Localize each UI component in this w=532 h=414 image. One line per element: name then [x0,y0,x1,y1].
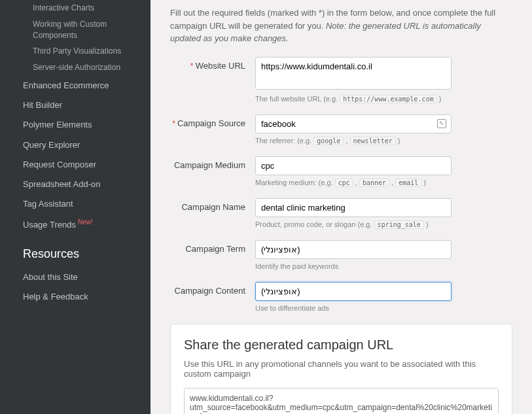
campaign-content-label: Campaign Content [170,282,255,296]
sidebar-sub-item[interactable]: Working with Custom Components [0,16,151,44]
campaign-medium-label: Campaign Medium [170,156,255,170]
sidebar-item-about[interactable]: About this Site [0,267,151,287]
sidebar-sub-item[interactable]: Interactive Charts [0,0,151,16]
sidebar-item-query-explorer[interactable]: Query Explorer [0,135,151,155]
sidebar-item-hit-builder[interactable]: Hit Builder [0,95,151,115]
sidebar: Interactive Charts Working with Custom C… [0,0,151,414]
sidebar-section-resources: Resources [0,235,151,267]
share-box: Share the generated campaign URL Use thi… [170,324,512,415]
campaign-source-input[interactable] [255,114,452,133]
campaign-name-hint: Product, promo code, or slogan (e.g. spr… [255,220,452,228]
campaign-term-label: Campaign Term [170,240,255,254]
campaign-content-hint: Use to differentiate ads [255,304,452,312]
sidebar-item-usage-trends[interactable]: Usage TrendsNew! [0,214,151,235]
campaign-medium-input[interactable] [255,156,452,175]
website-url-hint: The full website URL (e.g. https://www.e… [255,95,452,103]
sidebar-item-help[interactable]: Help & Feedback [0,287,151,307]
autofill-icon: ✎ [437,119,446,128]
campaign-medium-hint: Marketing medium: (e.g. cpc , banner , e… [255,179,452,186]
sidebar-item-ecommerce[interactable]: Enhanced Ecommerce [0,76,151,95]
sidebar-item-spreadsheet[interactable]: Spreadsheet Add-on [0,175,151,194]
sidebar-item-request-composer[interactable]: Request Composer [0,155,151,175]
share-title: Share the generated campaign URL [184,337,499,353]
sidebar-sub-item[interactable]: Third Party Visualizations [0,43,151,60]
campaign-source-label: *Campaign Source [170,114,255,128]
campaign-name-label: Campaign Name [170,198,255,212]
sidebar-item-polymer[interactable]: Polymer Elements [0,115,151,135]
new-badge: New! [78,218,93,226]
campaign-term-hint: Identify the paid keywords [255,262,452,270]
website-url-label: *Website URL [170,57,255,71]
campaign-name-input[interactable] [255,198,452,217]
campaign-source-hint: The referrer: (e.g. google , newsletter … [255,137,452,145]
main-content: Fill out the required fields (marked wit… [151,0,532,414]
sidebar-item-tag-assistant[interactable]: Tag Assistant [0,194,151,214]
campaign-term-input[interactable] [255,240,452,259]
sidebar-sub-item[interactable]: Server-side Authorization [0,60,151,76]
generated-url-output[interactable]: www.kidumdentali.co.il?utm_source=facebo… [184,388,499,415]
campaign-content-input[interactable] [255,282,452,301]
intro-text: Fill out the required fields (marked wit… [170,7,512,45]
website-url-input[interactable]: https://www.kidumdentali.co.il [255,57,452,90]
share-desc: Use this URL in any promotional channels… [184,359,499,379]
